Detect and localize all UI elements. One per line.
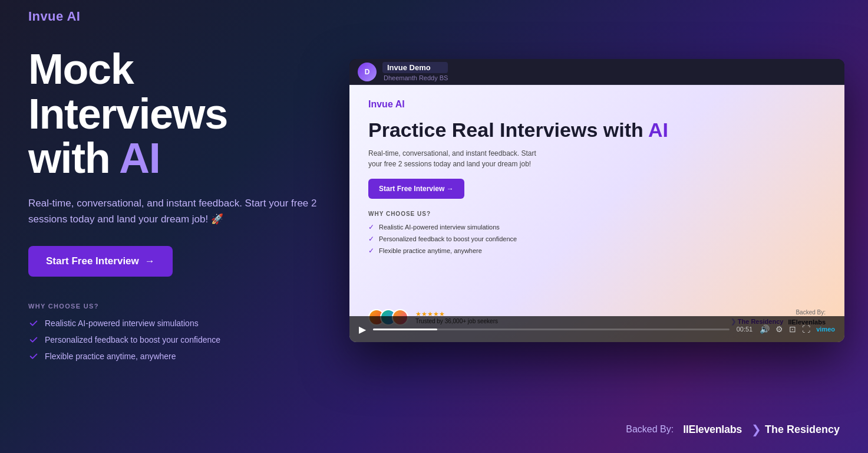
feature-text-1: Realistic AI-powered interview simulatio…	[45, 319, 199, 328]
cta-arrow: →	[145, 255, 155, 267]
inner-logo: Invue AI	[368, 99, 826, 110]
play-button[interactable]: ▶	[359, 324, 366, 335]
why-section: WHY CHOOSE US? Realistic AI-powered inte…	[28, 303, 341, 362]
inner-feature-3: ✓ Flexible practice anytime, anywhere	[368, 247, 826, 255]
hero-title-line2: with	[28, 134, 119, 182]
hero-title-line1: Mock Interviews	[28, 45, 227, 137]
backed-label: Backed By:	[626, 424, 674, 435]
backed-section: Backed By: IIElevenlabs ❯ The Residency	[626, 422, 840, 436]
backed-residency-text: The Residency	[765, 424, 840, 436]
inner-backed-label: Backed By:	[731, 309, 826, 316]
feature-text-3: Flexible practice anytime, anywhere	[45, 352, 176, 361]
feature-item-2: Personalized feedback to boost your conf…	[28, 334, 341, 345]
video-title-block: Invue Demo Dheemanth Reddy BS	[382, 62, 448, 81]
feature-item-1: Realistic AI-powered interview simulatio…	[28, 318, 341, 329]
feature-list: Realistic AI-powered interview simulatio…	[28, 318, 341, 362]
residency-chevron-icon: ❯	[751, 422, 761, 436]
cta-label: Start Free Interview	[46, 255, 139, 267]
video-title: Invue Demo	[382, 62, 448, 73]
pip-icon[interactable]: ⊡	[789, 324, 796, 334]
hero-section: Mock Interviews with AI Real-time, conve…	[28, 47, 341, 362]
start-free-interview-button[interactable]: Start Free Interview →	[28, 246, 173, 277]
inner-feature-2: ✓ Personalized feedback to boost your co…	[368, 235, 826, 243]
inner-check-icon-3: ✓	[368, 247, 374, 255]
feature-text-2: Personalized feedback to boost your conf…	[45, 335, 220, 344]
inner-subtitle: Real-time, conversational, and instant f…	[368, 148, 545, 169]
inner-why-label: WHY CHOOSE US?	[368, 211, 826, 217]
vimeo-logo: vimeo	[816, 326, 835, 333]
backed-eleven: IIElevenlabs	[683, 424, 742, 436]
navbar: Invue AI	[0, 0, 868, 33]
inner-heading-main: Practice Real Interviews with	[368, 119, 648, 141]
check-icon-1	[28, 318, 39, 329]
inner-feature-1: ✓ Realistic AI-powered interview simulat…	[368, 223, 826, 231]
control-icons: 🔊 ⚙ ⊡ ⛶ vimeo	[760, 324, 835, 334]
inner-cta-button[interactable]: Start Free Interview →	[368, 179, 464, 199]
hero-subtitle: Real-time, conversational, and instant f…	[28, 195, 341, 227]
settings-icon[interactable]: ⚙	[775, 324, 783, 334]
why-label: WHY CHOOSE US?	[28, 303, 341, 310]
fullscreen-icon[interactable]: ⛶	[802, 324, 810, 334]
inner-features-list: ✓ Realistic AI-powered interview simulat…	[368, 223, 826, 255]
time-label: 00:51	[737, 326, 753, 333]
inner-heading-ai: AI	[648, 119, 668, 141]
video-controls[interactable]: ▶ 00:51 🔊 ⚙ ⊡ ⛶ vimeo	[349, 316, 844, 342]
hero-title-ai: AI	[119, 134, 160, 182]
progress-bar[interactable]	[373, 329, 730, 330]
inner-feature-text-2: Personalized feedback to boost your conf…	[379, 235, 517, 242]
hero-title: Mock Interviews with AI	[28, 47, 341, 181]
video-topbar: D Invue Demo Dheemanth Reddy BS	[349, 59, 844, 85]
volume-icon[interactable]: 🔊	[760, 324, 770, 334]
video-panel[interactable]: D Invue Demo Dheemanth Reddy BS ♡ ⏱ ➤ In…	[349, 59, 844, 342]
feature-item-3: Flexible practice anytime, anywhere	[28, 351, 341, 362]
check-icon-2	[28, 334, 39, 345]
avatar-initials: D	[365, 68, 370, 76]
inner-check-icon-1: ✓	[368, 223, 374, 231]
backed-residency: ❯ The Residency	[751, 422, 840, 436]
inner-heading: Practice Real Interviews with AI	[368, 119, 826, 141]
video-inner-content: Invue AI Practice Real Interviews with A…	[349, 85, 844, 342]
inner-check-icon-2: ✓	[368, 235, 374, 243]
avatar: D	[358, 63, 377, 81]
inner-feature-text-1: Realistic AI-powered interview simulatio…	[379, 224, 500, 231]
video-subtitle: Dheemanth Reddy BS	[382, 74, 448, 81]
check-icon-3	[28, 351, 39, 362]
progress-fill	[373, 329, 437, 330]
logo[interactable]: Invue AI	[28, 9, 80, 24]
inner-feature-text-3: Flexible practice anytime, anywhere	[379, 247, 482, 254]
